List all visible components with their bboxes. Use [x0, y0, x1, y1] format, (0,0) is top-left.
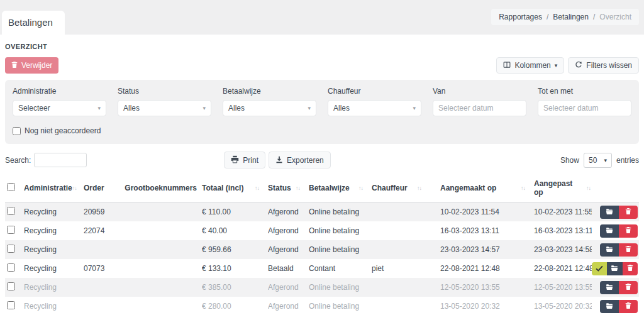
- open-button[interactable]: [600, 281, 619, 294]
- cell-status: Afgerond: [268, 202, 309, 222]
- column-header-grootboeknummers[interactable]: Grootboeknummers: [139, 175, 202, 202]
- main-content: OVERZICHT Verwijder Kolommen ▾ Filters w…: [0, 43, 644, 315]
- columns-button[interactable]: Kolommen ▾: [496, 57, 564, 74]
- open-button[interactable]: [600, 300, 619, 313]
- cell-aangepast: 16-03-2023 13:11: [534, 221, 592, 240]
- cell-aangemaakt: 16-03-2023 13:11: [430, 221, 534, 240]
- row-checkbox[interactable]: [7, 207, 15, 215]
- column-header-totaal[interactable]: Totaal (incl)↑↓: [202, 175, 268, 202]
- chevron-down-icon: ▾: [97, 105, 101, 111]
- cell-totaal: € 110.00: [202, 202, 268, 222]
- tot-en-met-date-input[interactable]: [538, 100, 631, 116]
- cell-status: Afgerond: [268, 221, 309, 240]
- clear-filters-button[interactable]: Filters wissen: [568, 57, 639, 74]
- sort-arrows-icon[interactable]: ↑↓: [296, 185, 300, 191]
- column-header-status[interactable]: Status↑↓: [268, 175, 309, 202]
- trash-icon: [625, 207, 631, 217]
- cell-administratie: Recycling: [24, 221, 84, 240]
- payments-table: Administratie↑↓Order↑↓GrootboeknummersTo…: [5, 175, 639, 315]
- cell-betaalwijze: Online betaling: [309, 297, 372, 315]
- row-checkbox[interactable]: [7, 301, 15, 309]
- cell-aangemaakt: 22-08-2021 12:48: [430, 259, 534, 278]
- approve-button[interactable]: [592, 262, 607, 275]
- open-button[interactable]: [607, 262, 622, 275]
- table-row: Recycling22074€ 40.00AfgerondOnline beta…: [5, 221, 639, 240]
- trash-icon: [625, 245, 631, 255]
- tab-betalingen[interactable]: Betalingen: [2, 11, 65, 35]
- delete-row-button[interactable]: [623, 262, 638, 275]
- delete-row-button[interactable]: [619, 206, 638, 219]
- breadcrumb: Rapportages / Betalingen / Overzicht: [491, 9, 639, 25]
- sort-arrows-icon[interactable]: ↑↓: [358, 185, 363, 191]
- van-date-input[interactable]: [433, 100, 526, 116]
- cell-chauffeur: [372, 297, 430, 315]
- cell-betaalwijze: Online betaling: [309, 278, 372, 297]
- delete-row-button[interactable]: [619, 224, 638, 238]
- open-button[interactable]: [600, 243, 619, 257]
- filter-status: Status Alles ▾: [118, 87, 211, 116]
- column-header-aangemaakt[interactable]: Aangemaakt op↑↓: [430, 175, 534, 202]
- sort-arrows-icon[interactable]: ↑↓: [255, 185, 259, 191]
- filter-tot-en-met: Tot en met: [538, 87, 631, 116]
- trash-icon: [625, 226, 631, 236]
- page-title: Betalingen: [8, 17, 53, 28]
- delete-row-button[interactable]: [619, 281, 638, 294]
- chevron-down-icon: ▾: [203, 105, 206, 111]
- cell-order: [84, 297, 139, 315]
- breadcrumb-betalingen[interactable]: Betalingen: [553, 13, 589, 21]
- cell-aangemaakt: 23-03-2023 14:57: [430, 240, 534, 259]
- status-select[interactable]: Alles ▾: [118, 100, 211, 116]
- cell-order: [84, 240, 139, 259]
- delete-button[interactable]: Verwijder: [5, 57, 58, 74]
- cell-grootboeknummers: [139, 278, 202, 297]
- sort-arrows-icon[interactable]: ↑↓: [521, 185, 525, 191]
- column-header-chauffeur[interactable]: Chauffeur↑↓: [372, 175, 430, 202]
- sort-arrows-icon[interactable]: ↑↓: [586, 185, 591, 191]
- administratie-select[interactable]: Selecteer ▾: [13, 100, 106, 116]
- cell-betaalwijze: Online betaling: [309, 202, 372, 222]
- column-header-administratie[interactable]: Administratie↑↓: [24, 175, 84, 202]
- page-size-select[interactable]: 50 ▾: [584, 153, 612, 168]
- folder-icon: [606, 245, 613, 255]
- sort-arrows-icon[interactable]: ↑↓: [72, 185, 77, 191]
- cell-administratie: Recycling: [24, 259, 84, 278]
- column-header-aangepast[interactable]: Aangepast op↑↓: [534, 175, 592, 202]
- cell-chauffeur: piet: [372, 259, 430, 278]
- delete-row-button[interactable]: [619, 300, 638, 313]
- chevron-down-icon: ▾: [604, 157, 607, 163]
- breadcrumb-rapportages[interactable]: Rapportages: [499, 13, 542, 21]
- sort-arrows-icon[interactable]: ↑↓: [417, 185, 421, 191]
- checkbox[interactable]: [13, 127, 21, 135]
- cell-grootboeknummers: [139, 297, 202, 315]
- print-button[interactable]: Print: [224, 152, 265, 169]
- folder-icon: [611, 264, 618, 274]
- chauffeur-select[interactable]: Alles ▾: [328, 100, 421, 116]
- cell-administratie: Recycling: [24, 240, 84, 259]
- table-row: Recycling€ 280.00AfgerondOnline betaling…: [5, 297, 639, 315]
- row-checkbox[interactable]: [7, 263, 15, 272]
- toolbar: Verwijder Kolommen ▾ Filters wissen: [5, 57, 639, 74]
- cell-totaal: € 959.66: [202, 240, 268, 259]
- betaalwijze-select[interactable]: Alles ▾: [223, 100, 316, 116]
- chevron-down-icon: ▾: [308, 105, 311, 111]
- select-all-checkbox[interactable]: [7, 183, 15, 191]
- nog-niet-geaccordeerd-checkbox[interactable]: Nog niet geaccordeerd: [13, 126, 631, 135]
- open-button[interactable]: [600, 224, 619, 238]
- cell-totaal: € 40.00: [202, 221, 268, 240]
- row-checkbox[interactable]: [7, 282, 15, 290]
- cell-aangepast: 23-03-2023 14:58: [534, 240, 592, 259]
- cell-aangepast: 10-02-2023 11:55: [534, 202, 592, 222]
- row-checkbox[interactable]: [7, 226, 15, 234]
- open-button[interactable]: [600, 206, 619, 219]
- cell-totaal: € 385.00: [202, 278, 268, 297]
- cell-chauffeur: [372, 278, 430, 297]
- export-button[interactable]: Exporteren: [269, 152, 331, 169]
- row-checkbox[interactable]: [7, 245, 15, 253]
- delete-row-button[interactable]: [619, 243, 638, 257]
- entries-label: entries: [616, 156, 639, 165]
- column-header-betaalwijze[interactable]: Betaalwijze↑↓: [309, 175, 372, 202]
- search-input[interactable]: [34, 153, 87, 167]
- table-row: Recycling€ 959.66AfgerondOnline betaling…: [5, 240, 639, 259]
- cell-betaalwijze: Online betaling: [309, 221, 372, 240]
- cell-administratie: Recycling: [24, 278, 84, 297]
